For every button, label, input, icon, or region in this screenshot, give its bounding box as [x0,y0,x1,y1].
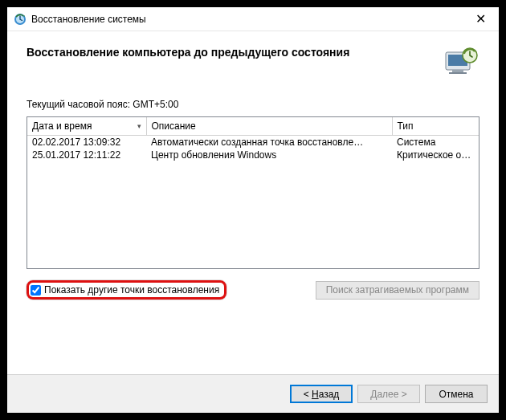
table-cell: Критическое о… [392,149,479,161]
table-row[interactable]: 25.01.2017 12:11:22Центр обновления Wind… [27,149,479,161]
back-button[interactable]: < Назад [290,385,353,403]
show-more-checkbox[interactable] [31,285,41,296]
system-restore-icon [14,13,27,26]
close-button[interactable]: ✕ [463,7,499,31]
timezone-label: Текущий часовой пояс: GMT+5:00 [27,99,479,110]
column-header-description[interactable]: Описание [146,117,392,136]
restore-large-icon [441,44,479,80]
column-header-type[interactable]: Тип [392,117,479,136]
sort-indicator-icon: ▾ [137,122,141,130]
table-cell: 02.02.2017 13:09:32 [27,136,146,149]
options-row: Показать другие точки восстановления Пои… [27,280,479,300]
table-cell: Автоматически созданная точка восстановл… [146,136,392,149]
cancel-button[interactable]: Отмена [425,385,488,403]
system-restore-window: Восстановление системы ✕ Восстановление … [7,7,499,413]
svg-rect-5 [449,72,467,74]
table-cell: Центр обновления Windows [146,149,392,161]
content-area: Восстановление компьютера до предыдущего… [7,31,499,374]
back-prefix: < [304,389,312,400]
restore-points-table[interactable]: Дата и время ▾ Описание Тип 02.02.2017 1… [27,116,479,269]
back-mnemonic: Н [312,389,319,400]
next-button: Далее > [357,385,420,403]
table-row[interactable]: 02.02.2017 13:09:32Автоматически созданн… [27,136,479,149]
column-header-date[interactable]: Дата и время ▾ [27,117,146,136]
next-suffix: алее > [377,389,406,400]
table-cell: 25.01.2017 12:11:22 [27,149,146,161]
table-cell: Система [392,136,479,149]
scan-affected-button: Поиск затрагиваемых программ [316,281,479,300]
show-more-label[interactable]: Показать другие точки восстановления [44,284,219,296]
wizard-footer: < Назад Далее > Отмена [7,374,499,413]
close-icon: ✕ [475,13,486,26]
titlebar: Восстановление системы ✕ [7,7,499,31]
back-suffix: азад [319,389,340,400]
svg-rect-4 [452,70,463,72]
window-title: Восстановление системы [31,14,463,25]
column-header-date-label: Дата и время [32,120,92,132]
page-heading: Восстановление компьютера до предыдущего… [27,44,441,59]
header-row: Восстановление компьютера до предыдущего… [27,44,479,80]
show-more-highlight: Показать другие точки восстановления [27,280,226,300]
